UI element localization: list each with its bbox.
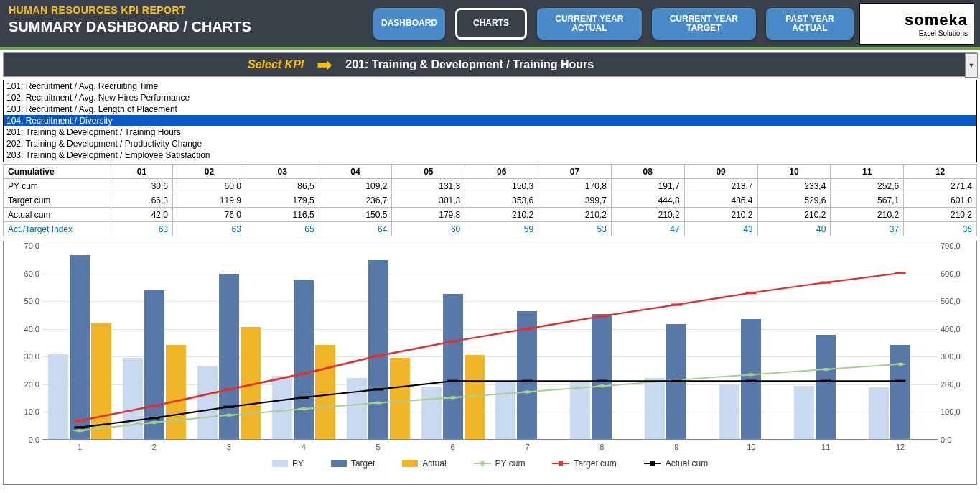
lines-layer xyxy=(42,246,938,439)
legend-target: Target xyxy=(331,458,375,469)
legend-pycum: PY cum xyxy=(474,458,526,469)
nav-cy-actual[interactable]: CURRENT YEAR ACTUAL xyxy=(537,8,642,40)
nav-charts[interactable]: CHARTS xyxy=(455,8,527,40)
svg-rect-28 xyxy=(373,388,383,390)
svg-rect-17 xyxy=(447,341,458,343)
svg-rect-20 xyxy=(671,303,682,305)
page-subtitle: SUMMARY DASHBOARD / CHARTS xyxy=(9,19,365,35)
svg-rect-5 xyxy=(445,396,460,400)
svg-rect-18 xyxy=(522,328,533,330)
dropdown-item[interactable]: 301: Performance & Career Management / D… xyxy=(4,161,976,162)
svg-rect-10 xyxy=(818,368,834,372)
svg-rect-22 xyxy=(821,281,831,283)
svg-rect-14 xyxy=(223,388,234,390)
svg-rect-23 xyxy=(895,272,906,274)
dropdown-item[interactable]: 101: Recruitment / Avg. Recruiting Time xyxy=(4,80,976,92)
logo-subtext: Excel Solutions xyxy=(919,29,968,37)
svg-rect-19 xyxy=(597,315,607,317)
plot-area: 0,010,020,030,040,050,060,070,0 0,0100,0… xyxy=(42,246,938,440)
dropdown-item[interactable]: 201: Training & Development / Training H… xyxy=(4,126,976,138)
legend-py: PY xyxy=(272,458,304,469)
svg-rect-24 xyxy=(74,426,85,428)
svg-rect-35 xyxy=(895,380,906,382)
logo-text: someka xyxy=(905,11,968,29)
svg-rect-16 xyxy=(373,355,383,357)
kpi-selector-label: Select KPI xyxy=(248,58,304,71)
svg-rect-25 xyxy=(149,417,159,419)
report-title: HUMAN RESOURCES KPI REPORT xyxy=(9,4,365,16)
svg-rect-6 xyxy=(520,390,535,394)
svg-rect-31 xyxy=(597,380,607,382)
svg-rect-12 xyxy=(74,420,85,422)
dropdown-item[interactable]: 202: Training & Development / Productivi… xyxy=(4,138,976,149)
nav-cy-target[interactable]: CURRENT YEAR TARGET xyxy=(652,8,756,40)
dropdown-toggle-icon[interactable]: ▼ xyxy=(965,53,978,78)
arrow-right-icon: ➡ xyxy=(317,54,332,76)
svg-rect-26 xyxy=(223,406,234,408)
svg-rect-32 xyxy=(671,380,682,382)
svg-rect-33 xyxy=(746,380,757,382)
header-titles: HUMAN RESOURCES KPI REPORT SUMMARY DASHB… xyxy=(0,0,373,47)
dropdown-item[interactable]: 203: Training & Development / Employee S… xyxy=(4,149,976,161)
legend-targetcum: Target cum xyxy=(552,458,616,469)
accent-line xyxy=(0,47,980,50)
legend-actual: Actual xyxy=(402,458,446,469)
dropdown-item[interactable]: 104: Recruitment / Diversity xyxy=(4,115,976,126)
dropdown-item[interactable]: 103: Recruitment / Avg. Length of Placem… xyxy=(4,103,976,115)
nav-buttons: DASHBOARD CHARTS CURRENT YEAR ACTUAL CUR… xyxy=(373,0,854,47)
x-axis: 123456789101112 xyxy=(42,443,938,451)
legend: PY Target Actual PY cum Target cum Actua… xyxy=(11,458,969,469)
chart: 0,010,020,030,040,050,060,070,0 0,0100,0… xyxy=(3,241,977,485)
svg-rect-15 xyxy=(298,372,309,374)
y-axis-right: 0,0100,0200,0300,0400,0500,0600,0700,0 xyxy=(941,246,969,439)
svg-rect-27 xyxy=(298,397,309,399)
svg-rect-29 xyxy=(447,380,458,382)
nav-py-actual[interactable]: PAST YEAR ACTUAL xyxy=(766,8,854,40)
kpi-dropdown[interactable]: 101: Recruitment / Avg. Recruiting Time1… xyxy=(3,80,977,162)
cumulative-table: Cumulative010203040506070809101112PY cum… xyxy=(3,164,977,236)
nav-dashboard[interactable]: DASHBOARD xyxy=(373,8,445,40)
svg-rect-13 xyxy=(149,405,159,407)
kpi-selector-value[interactable]: 201: Training & Development / Training H… xyxy=(345,58,594,71)
legend-actualcum: Actual cum xyxy=(644,458,708,469)
kpi-selector-bar: Select KPI ➡ 201: Training & Development… xyxy=(3,52,977,77)
svg-rect-9 xyxy=(744,373,759,377)
svg-rect-34 xyxy=(821,380,831,382)
svg-rect-21 xyxy=(746,292,757,294)
logo: someka Excel Solutions xyxy=(859,3,974,45)
header: HUMAN RESOURCES KPI REPORT SUMMARY DASHB… xyxy=(0,0,980,47)
svg-rect-11 xyxy=(892,362,907,366)
svg-rect-30 xyxy=(522,380,533,382)
y-axis-left: 0,010,020,030,040,050,060,070,0 xyxy=(14,246,39,439)
dropdown-item[interactable]: 102: Recruitment / Avg. New Hires Perfor… xyxy=(4,92,976,103)
